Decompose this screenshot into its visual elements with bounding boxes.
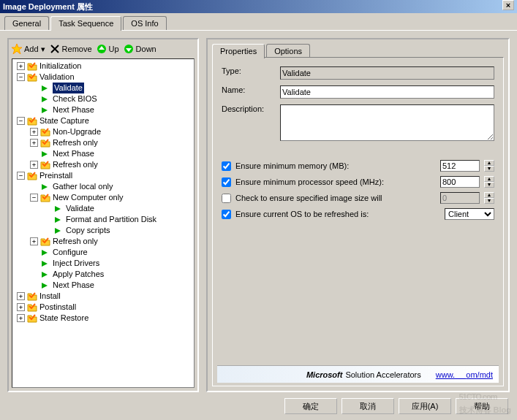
add-button[interactable]: Add ▾	[12, 44, 45, 54]
task-tree[interactable]: +Initialization−ValidationValidateCheck …	[12, 58, 195, 388]
tree-label: Next Phase	[53, 148, 94, 159]
tree-label: Refresh only	[53, 159, 98, 170]
tree-node[interactable]: Apply Patches	[14, 269, 192, 280]
expand-icon[interactable]: +	[17, 292, 25, 300]
tree-node[interactable]: Next Phase	[14, 148, 192, 159]
check-image-size[interactable]	[222, 194, 231, 203]
min-memory-input[interactable]	[440, 160, 480, 172]
tree-node[interactable]: Copy scripts	[14, 225, 192, 236]
min-cpu-input[interactable]	[440, 176, 480, 188]
tree-node[interactable]: +Postinstall	[14, 302, 192, 313]
label-min-cpu: Ensure minimum processor speed (MHz):	[235, 177, 440, 186]
tree-node[interactable]: Check BIOS	[14, 93, 192, 104]
right-panel: Properties Options Type: Validate Name: …	[206, 38, 510, 392]
tree-label: Validation	[39, 72, 75, 83]
tree-node[interactable]: Next Phase	[14, 280, 192, 291]
tree-node[interactable]: −Preinstall	[14, 170, 192, 181]
cancel-button[interactable]: 取消	[341, 398, 394, 414]
type-label: Type:	[222, 66, 280, 75]
spin-down-icon[interactable]: ▼	[484, 182, 494, 188]
check-current-os[interactable]	[222, 210, 231, 219]
check-min-memory[interactable]	[222, 161, 231, 171]
tree-label: Gather local only	[53, 181, 113, 192]
tree-label: Apply Patches	[53, 269, 104, 280]
close-button[interactable]: ×	[502, 0, 514, 10]
description-label: Description:	[222, 104, 280, 113]
label-current-os: Ensure current OS to be refreshed is:	[235, 210, 445, 218]
up-button[interactable]: Up	[97, 44, 119, 54]
spin-up-icon[interactable]: ▲	[484, 160, 494, 166]
tree-node[interactable]: −New Computer only	[14, 192, 192, 203]
tree-label: Check BIOS	[53, 93, 97, 104]
down-icon	[124, 44, 134, 54]
svg-marker-0	[12, 44, 22, 54]
tree-label: Validate	[53, 83, 84, 93]
tree-node[interactable]: +Refresh only	[14, 159, 192, 170]
tab-general[interactable]: General	[4, 16, 49, 30]
description-input[interactable]	[280, 104, 494, 141]
tree-node[interactable]: +Refresh only	[14, 236, 192, 247]
expand-icon[interactable]: +	[30, 139, 38, 147]
down-button[interactable]: Down	[124, 44, 156, 54]
expand-icon[interactable]: −	[30, 194, 38, 202]
expand-icon[interactable]: −	[17, 172, 25, 180]
tree-node[interactable]: Next Phase	[14, 104, 192, 115]
subtab-properties[interactable]: Properties	[212, 44, 265, 58]
tree-node[interactable]: +Non-Upgrade	[14, 126, 192, 137]
check-min-cpu[interactable]	[222, 177, 231, 187]
spin-down-icon: ▼	[484, 198, 494, 204]
tree-label: Initialization	[39, 61, 81, 72]
ok-button[interactable]: 确定	[284, 398, 337, 414]
tree-label: State Restore	[39, 313, 88, 324]
tree-node[interactable]: Configure	[14, 247, 192, 258]
help-button[interactable]: 帮助	[456, 398, 508, 414]
banner: Microsoft Solution Accelerators www. om/…	[217, 365, 499, 383]
window-title: Image Deployment 属性	[3, 0, 93, 13]
expand-icon[interactable]: +	[30, 237, 38, 245]
tree-node[interactable]: Validate	[14, 203, 192, 214]
expand-icon[interactable]: −	[17, 117, 25, 125]
tab-task-sequence[interactable]: Task Sequence	[50, 16, 121, 31]
tree-label: Copy scripts	[66, 225, 110, 236]
expand-icon[interactable]: −	[17, 73, 25, 81]
tree-label: Preinstall	[39, 170, 72, 181]
tree-label: New Computer only	[53, 192, 124, 203]
tree-label: Inject Drivers	[53, 258, 99, 269]
tree-node[interactable]: +Refresh only	[14, 137, 192, 148]
tree-node[interactable]: +Initialization	[14, 61, 192, 72]
tree-node[interactable]: −State Capture	[14, 115, 192, 126]
tree-label: Refresh only	[53, 137, 98, 148]
spin-down-icon[interactable]: ▼	[484, 166, 494, 172]
name-input[interactable]	[280, 85, 494, 99]
star-icon	[12, 44, 22, 54]
subtab-options[interactable]: Options	[266, 44, 310, 58]
banner-link[interactable]: www. om/mdt	[436, 370, 493, 379]
tree-node[interactable]: −Validation	[14, 72, 192, 83]
left-panel: Add ▾ Remove Up Down +Initialization−Val…	[7, 38, 199, 392]
expand-icon[interactable]: +	[17, 303, 25, 311]
tree-node[interactable]: Gather local only	[14, 181, 192, 192]
tree-label: Postinstall	[39, 302, 76, 313]
tree-node[interactable]: Validate	[14, 83, 192, 93]
remove-button[interactable]: Remove	[50, 44, 92, 54]
expand-icon[interactable]: +	[17, 314, 25, 322]
image-size-input	[440, 192, 480, 204]
spin-up-icon[interactable]: ▲	[484, 176, 494, 182]
apply-button[interactable]: 应用(A)	[399, 398, 451, 414]
label-min-memory: Ensure minimum memory (MB):	[235, 161, 440, 170]
type-value: Validate	[280, 66, 494, 80]
tree-label: Next Phase	[53, 280, 94, 291]
tree-node[interactable]: +State Restore	[14, 313, 192, 324]
tree-node[interactable]: Inject Drivers	[14, 258, 192, 269]
tree-label: Next Phase	[53, 104, 94, 115]
name-label: Name:	[222, 85, 280, 94]
expand-icon[interactable]: +	[30, 128, 38, 136]
brand-text: Microsoft	[306, 370, 343, 379]
tree-node[interactable]: +Install	[14, 291, 192, 302]
expand-icon[interactable]: +	[30, 161, 38, 169]
tree-node[interactable]: Format and Partition Disk	[14, 214, 192, 225]
tree-label: Format and Partition Disk	[66, 214, 156, 225]
tab-os-info[interactable]: OS Info	[123, 16, 166, 30]
expand-icon[interactable]: +	[17, 62, 25, 70]
current-os-select[interactable]: Client	[445, 208, 494, 220]
